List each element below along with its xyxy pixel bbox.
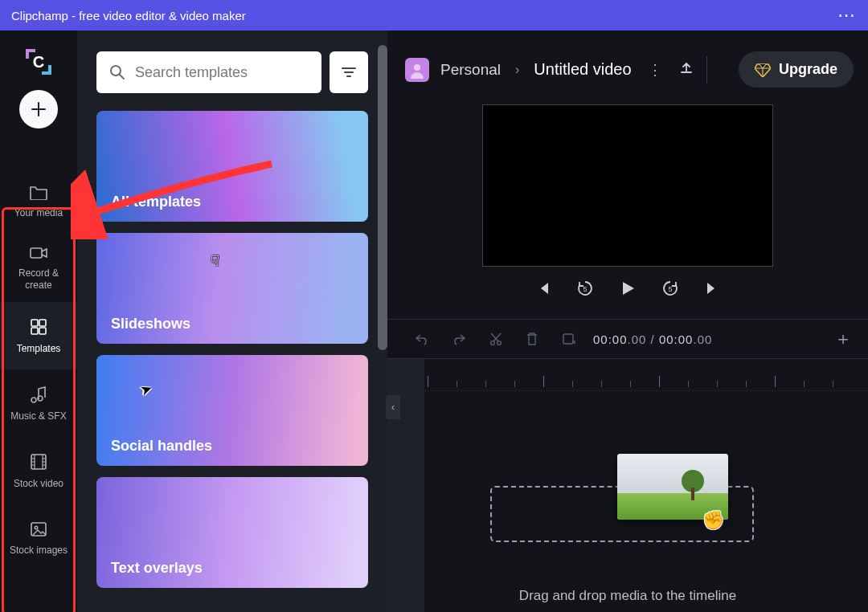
template-card-social[interactable]: Social handles — [96, 355, 368, 466]
template-card-all[interactable]: All templates — [96, 111, 368, 222]
forward-5-button[interactable]: 5 — [661, 279, 680, 298]
player-controls: 5 5 — [387, 266, 868, 319]
undo-button[interactable] — [403, 333, 440, 345]
template-card-label: Text overlays — [111, 560, 203, 577]
svg-text:5: 5 — [668, 285, 672, 293]
main-area: Personal › Untitled video ⋮ Upgrade 5 5 — [387, 31, 868, 612]
upgrade-button[interactable]: Upgrade — [739, 51, 854, 88]
timeline[interactable]: ✊ Drag and drop media to the timeline — [387, 359, 868, 612]
title-bar-text: Clipchamp - free video editor & video ma… — [11, 9, 837, 22]
folder-icon — [29, 184, 48, 202]
sidebar-item-stock-images[interactable]: Stock images — [0, 504, 77, 572]
svg-rect-5 — [39, 328, 46, 334]
project-title[interactable]: Untitled video — [534, 60, 631, 79]
svg-point-14 — [497, 341, 502, 345]
sidebar: C Your media Record & create — [0, 31, 77, 612]
film-icon — [30, 453, 47, 473]
skip-end-button[interactable] — [704, 280, 720, 296]
upgrade-label: Upgrade — [779, 61, 837, 78]
svg-rect-1 — [31, 248, 42, 258]
template-card-label: Social handles — [111, 438, 212, 455]
sidebar-item-label: Music & SFX — [10, 410, 66, 422]
play-button[interactable] — [619, 279, 637, 297]
sidebar-item-label: Stock video — [14, 478, 63, 489]
timeline-drop-hint: Drag and drop media to the timeline — [387, 588, 868, 604]
sidebar-item-label: Your media — [14, 207, 63, 218]
redo-button[interactable] — [440, 333, 477, 345]
camera-icon — [29, 246, 48, 263]
export-button-icon[interactable] — [679, 61, 695, 79]
templates-scrollbar[interactable] — [378, 45, 387, 350]
sidebar-item-music-sfx[interactable]: Music & SFX — [0, 369, 77, 437]
workspace-avatar[interactable] — [405, 58, 429, 82]
template-card-slideshows[interactable]: Slideshows — [96, 233, 368, 344]
svg-rect-4 — [31, 328, 38, 334]
template-card-text-overlays[interactable]: Text overlays — [96, 477, 368, 588]
chevron-right-icon: › — [512, 63, 522, 77]
sidebar-item-stock-video[interactable]: Stock video — [0, 437, 77, 504]
image-icon — [30, 521, 47, 540]
filter-icon — [341, 66, 357, 79]
svg-point-9 — [111, 66, 121, 75]
music-icon — [31, 386, 47, 406]
search-placeholder: Search templates — [135, 64, 248, 81]
templates-icon — [30, 318, 47, 338]
search-templates-input[interactable]: Search templates — [96, 51, 321, 93]
sidebar-item-your-media[interactable]: Your media — [0, 167, 77, 235]
template-card-label: All templates — [111, 194, 201, 210]
video-preview[interactable] — [483, 105, 772, 266]
time-display: 00:00.00 / 00:00.00 — [593, 333, 712, 346]
app-logo: C — [22, 45, 55, 79]
divider — [706, 56, 707, 84]
project-more-icon[interactable]: ⋮ — [643, 61, 668, 79]
svg-rect-15 — [563, 334, 573, 344]
rewind-5-button[interactable]: 5 — [575, 279, 595, 298]
svg-rect-2 — [31, 320, 38, 326]
collapse-panel-button[interactable]: ‹ — [386, 395, 400, 419]
split-button[interactable] — [550, 332, 587, 346]
search-icon — [109, 64, 125, 80]
timeline-toolbar: 00:00.00 / 00:00.00 ＋ — [387, 319, 868, 359]
sidebar-item-label: Stock images — [10, 545, 68, 556]
svg-point-13 — [491, 341, 495, 345]
title-bar: Clipchamp - free video editor & video ma… — [0, 0, 868, 31]
sidebar-item-label: Templates — [17, 343, 61, 354]
new-project-button[interactable] — [19, 90, 58, 129]
sidebar-item-record-create[interactable]: Record & create — [0, 235, 77, 302]
workspace-name[interactable]: Personal — [440, 61, 501, 79]
template-card-label: Slideshows — [111, 316, 190, 333]
sidebar-item-label: Record & create — [18, 267, 59, 291]
svg-rect-3 — [39, 320, 46, 326]
skip-start-button[interactable] — [535, 280, 551, 296]
templates-panel: Search templates All templates Slideshow… — [77, 31, 387, 612]
svg-text:C: C — [33, 53, 44, 71]
diamond-icon — [755, 63, 771, 77]
timeline-ruler[interactable] — [424, 359, 868, 391]
grab-cursor-icon: ✊ — [702, 510, 724, 531]
sidebar-item-templates[interactable]: Templates — [0, 302, 77, 369]
person-icon — [408, 61, 426, 79]
svg-point-8 — [35, 526, 38, 529]
delete-button[interactable] — [514, 332, 550, 346]
svg-point-10 — [414, 64, 420, 71]
svg-text:5: 5 — [583, 285, 587, 293]
title-bar-more-icon[interactable]: ⋯ — [837, 5, 857, 26]
filter-button[interactable] — [330, 51, 368, 93]
cut-button[interactable] — [477, 332, 514, 346]
add-track-button[interactable]: ＋ — [834, 327, 852, 351]
